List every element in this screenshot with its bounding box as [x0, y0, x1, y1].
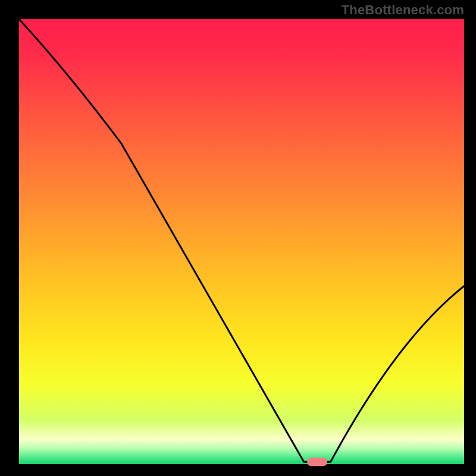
chart-stage: TheBottleneck.com: [0, 0, 476, 476]
plot-area: [19, 19, 464, 464]
highlight-marker: [307, 458, 327, 466]
watermark-text: TheBottleneck.com: [342, 2, 464, 18]
bottleneck-chart: [0, 0, 476, 476]
